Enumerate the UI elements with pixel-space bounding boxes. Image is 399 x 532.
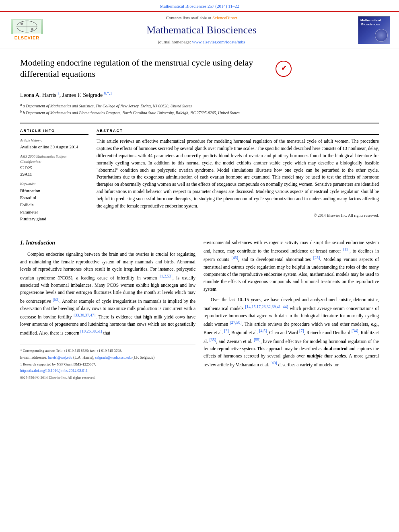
keyword-bifurcation: Bifurcation	[20, 187, 88, 195]
sup-b: b	[20, 109, 23, 113]
journal-thumbnail: MathematicalBiosciences	[354, 16, 394, 44]
ref-53[interactable]: [53]	[53, 297, 60, 302]
ref-48[interactable]: [48]	[270, 361, 277, 365]
authors-line: Leona A. Harris a, James F. Selgrade b,*…	[20, 90, 379, 99]
article-history-group: Article history: Available online 30 Aug…	[20, 138, 88, 150]
abstract-panel: ABSTRACT This article reviews an effecti…	[97, 128, 379, 227]
affiliations: a a Department of Mathematics and Statis…	[20, 102, 379, 116]
ref-14-15[interactable]: [14,15,17,23,32,39,41–44]	[245, 304, 288, 309]
ref-25[interactable]: [25]	[313, 255, 320, 260]
keyword-parameter: Parameter	[20, 209, 88, 216]
ref-11[interactable]: [11]	[343, 247, 350, 251]
ref-10-26-38-51[interactable]: [10,26,38,51]	[80, 329, 102, 333]
sciencedirect-link[interactable]: ScienceDirect	[212, 15, 237, 20]
ref-33-36-37-47[interactable]: [33,36,37,47]	[74, 313, 95, 317]
info-abstract-section: ARTICLE INFO Article history: Available …	[20, 123, 379, 227]
article-info-panel: ARTICLE INFO Article history: Available …	[20, 128, 88, 227]
ref-34[interactable]: [34]	[352, 329, 358, 333]
keywords-label: Keywords:	[20, 181, 88, 187]
journal-title: Mathematical Biosciences	[53, 23, 350, 37]
elsevier-logo-area: ELSEVIER	[5, 19, 49, 41]
history-label: Article history:	[20, 138, 88, 143]
intro-left-text: Complex endocrine signaling between the …	[20, 251, 195, 337]
affil-b-text: b Department of Mathematics and Biomathe…	[23, 111, 240, 115]
journal-reference: Mathematical Biosciences 257 (2014) 11–2…	[0, 0, 399, 11]
ams-label: AMS 2000 Mathematics Subject Classificat…	[20, 154, 88, 164]
body-content: 1. Introduction Complex endocrine signal…	[20, 239, 379, 380]
journal-header: ELSEVIER Contents lists available at Sci…	[0, 11, 399, 49]
doi-line[interactable]: http://dx.doi.org/10.1016/j.mbs.2014.08.…	[20, 368, 195, 374]
history-value: Available online 30 August 2014	[20, 144, 88, 150]
homepage-link[interactable]: www.elsevier.com/locate/mbs	[192, 39, 245, 44]
keywords-group: Keywords: Bifurcation Estradiol Follicle…	[20, 181, 88, 223]
ref-27-50[interactable]: [27,50]	[230, 320, 241, 325]
corresponding-note: * Corresponding author. Tel.: +1 919 515…	[20, 348, 195, 353]
sup-a: a	[20, 103, 23, 107]
abstract-text: This article reviews an effective mathem…	[97, 138, 379, 210]
affil-sup-a: a	[58, 91, 59, 95]
affil-a-text: a Department of Mathematics and Statisti…	[23, 104, 192, 108]
article-info-header: ARTICLE INFO	[20, 128, 88, 135]
nsf-note: 1 Research supported by NSF Grant DMS-12…	[20, 362, 195, 367]
crossmark-icon: ✔	[276, 61, 292, 77]
email2-link[interactable]: selgrade@math.ncsu.edu	[95, 355, 132, 359]
corresponding-text: * Corresponding author. Tel.: +1 919 515…	[20, 349, 122, 353]
multiple-time-scales-bold: multiple time scales	[307, 353, 346, 358]
affiliation-a: a a Department of Mathematics and Statis…	[20, 102, 379, 109]
intro-para-1: Complex endocrine signaling between the …	[20, 251, 195, 337]
elsevier-logo-image	[11, 19, 43, 34]
contents-text: Contents lists available at	[166, 15, 211, 20]
keyword-estradiol: Estradiol	[20, 194, 88, 201]
svg-point-5	[31, 28, 33, 31]
elsevier-logo: ELSEVIER	[11, 19, 43, 41]
contents-line: Contents lists available at ScienceDirec…	[53, 15, 350, 21]
nsf-text: 1 Research supported by NSF Grant DMS-12…	[20, 362, 96, 366]
homepage-label: journal homepage:	[158, 39, 192, 44]
intro-para-right-1: environmental substances with estrogenic…	[204, 239, 379, 293]
crossmark-area[interactable]: ✔	[274, 59, 294, 79]
keywords-list: Bifurcation Estradiol Follicle Parameter…	[20, 187, 88, 223]
body-left-column: 1. Introduction Complex endocrine signal…	[20, 239, 195, 380]
ref-35[interactable]: [35]	[210, 337, 216, 342]
bold-high: high	[143, 314, 152, 319]
ref-1-2-53[interactable]: [1,2,53]	[160, 274, 173, 278]
ref-45[interactable]: [45]	[231, 255, 238, 260]
ref-3[interactable]: [3]	[224, 329, 229, 333]
ams-classification-group: AMS 2000 Mathematics Subject Classificat…	[20, 154, 88, 177]
ref-4-5[interactable]: [4,5]	[259, 329, 267, 333]
email2-name: (J.F. Selgrade).	[132, 355, 155, 359]
dual-control-bold: dual control	[323, 346, 348, 351]
intro-para-right-2: Over the last 10–15 years, we have devel…	[204, 296, 379, 368]
ams-value: 92D2539A11	[20, 165, 88, 177]
elsevier-wordmark: ELSEVIER	[14, 35, 39, 41]
article-title: Modeling endocrine regulation of the men…	[20, 57, 269, 80]
journal-cover-thumb: MathematicalBiosciences	[358, 16, 390, 44]
doi-text[interactable]: http://dx.doi.org/10.1016/j.mbs.2014.08.…	[20, 369, 88, 373]
affil-sup-b: b,*,1	[104, 91, 112, 95]
body-right-column: environmental substances with estrogenic…	[204, 239, 379, 380]
journal-ref-text: Mathematical Biosciences 257 (2014) 11–2…	[160, 4, 239, 8]
journal-header-center: Contents lists available at ScienceDirec…	[53, 15, 350, 45]
intro-section-title: 1. Introduction	[20, 239, 195, 247]
ref-7[interactable]: [7]	[299, 329, 304, 333]
abstract-header: ABSTRACT	[97, 128, 379, 135]
email-note: E-mail addresses: harrisl@tcnj.edu (L.A.…	[20, 355, 195, 360]
affiliation-b: b b Department of Mathematics and Biomat…	[20, 109, 379, 116]
svg-point-4	[21, 23, 23, 25]
email1-link[interactable]: harrisl@tcnj.edu	[48, 355, 72, 359]
main-content: Modeling endocrine regulation of the men…	[0, 49, 399, 388]
journal-homepage: journal homepage: www.elsevier.com/locat…	[53, 39, 350, 45]
issn-line: 0025-5564/© 2014 Elsevier Inc. All right…	[20, 375, 195, 380]
copyright-notice: © 2014 Elsevier Inc. All rights reserved…	[97, 213, 379, 218]
keyword-follicle: Follicle	[20, 201, 88, 209]
email-label: E-mail addresses:	[20, 355, 47, 359]
ref-55[interactable]: [55]	[254, 337, 261, 342]
intro-right-text: environmental substances with estrogenic…	[204, 239, 379, 368]
email1-name: (L.A. Harris),	[73, 355, 94, 359]
footer-notes: * Corresponding author. Tel.: +1 919 515…	[20, 345, 195, 380]
keyword-pituitary: Pituitary gland	[20, 216, 88, 223]
